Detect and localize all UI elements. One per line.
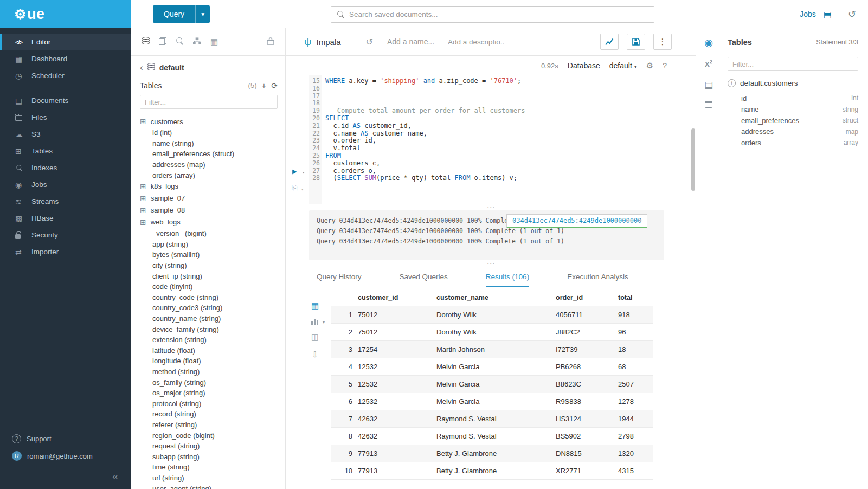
column-item[interactable]: user_agent (string) <box>140 483 278 489</box>
table-row[interactable]: 512532Melvin GarciaB8623C2507 <box>331 376 653 393</box>
grid-view-icon[interactable]: ▦ <box>310 301 320 311</box>
assist-column-id[interactable]: idint <box>741 93 858 104</box>
code-lines[interactable]: WHERE a.key = 'shipping' and a.zip_code … <box>322 75 696 204</box>
sidebar-item-user[interactable]: Rromain@gethue.com <box>0 447 131 465</box>
column-item[interactable]: client_ip (string) <box>140 271 278 281</box>
format-options-caret-icon[interactable]: ▾ <box>301 186 304 192</box>
sidebar-item-streams[interactable]: ≋Streams <box>0 193 131 210</box>
query-history-icon[interactable]: ↺ <box>366 37 373 47</box>
column-item[interactable]: url (string) <box>140 473 278 484</box>
active-table-row[interactable]: i default.customers <box>728 79 858 87</box>
databases-icon[interactable] <box>142 37 150 47</box>
zoom-search-icon[interactable] <box>176 37 184 47</box>
column-item[interactable]: name (string) <box>140 138 278 149</box>
execute-options-caret-icon[interactable]: ▾ <box>302 170 305 175</box>
sidebar-item-hbase[interactable]: ▩HBase <box>0 210 131 227</box>
table-item-sample-07[interactable]: ⊞sample_07 <box>140 192 278 204</box>
hue-logo[interactable]: ⚙ue <box>0 0 131 28</box>
sidebar-item-files[interactable]: Files <box>0 109 131 126</box>
query-button[interactable]: Query <box>153 5 195 23</box>
column-item[interactable]: latitude (float) <box>140 345 278 356</box>
jobs-link[interactable]: Jobs <box>800 10 816 18</box>
table-item-sample-08[interactable]: ⊞sample_08 <box>140 204 278 216</box>
sidebar-item-scheduler[interactable]: ◷Scheduler <box>0 67 131 84</box>
assist-column-addresses[interactable]: addressesmap <box>741 126 858 138</box>
assist-column-name[interactable]: namestring <box>741 104 858 115</box>
functions-icon[interactable]: x² <box>705 59 712 69</box>
query-id-popup[interactable]: 034d413ec7474ed5:4249de1000000000 <box>506 214 647 228</box>
column-item[interactable]: country_code3 (string) <box>140 303 278 313</box>
database-select[interactable]: default ▾ <box>609 61 637 70</box>
table-item-customers[interactable]: ⊞customers <box>140 115 278 127</box>
table-item-web-logs[interactable]: ⊞web_logs <box>140 216 278 228</box>
column-item[interactable]: os_major (string) <box>140 388 278 398</box>
save-button[interactable] <box>627 34 645 50</box>
back-chevron-icon[interactable]: ‹ <box>140 62 143 73</box>
sidebar-item-indexes[interactable]: Indexes <box>0 159 131 176</box>
column-item[interactable]: time (string) <box>140 462 278 473</box>
tab-results-106-[interactable]: Results (106) <box>486 273 529 287</box>
query-name-input[interactable] <box>387 37 442 46</box>
editor-scrollbar[interactable] <box>691 128 695 191</box>
column-item[interactable]: country_code (string) <box>140 292 278 303</box>
sidebar-item-editor[interactable]: </>Editor <box>0 34 131 50</box>
schedule-icon[interactable] <box>705 101 712 108</box>
execute-button[interactable]: ▶ <box>292 166 297 176</box>
bag-icon[interactable] <box>267 37 274 47</box>
tab-query-history[interactable]: Query History <box>317 273 362 287</box>
column-item[interactable]: region_code (bigint) <box>140 430 278 441</box>
column-item[interactable]: record (string) <box>140 409 278 420</box>
column-item[interactable]: _version_ (bigint) <box>140 228 278 239</box>
column-item[interactable]: city (string) <box>140 260 278 271</box>
table-row[interactable]: 1077913Betty J. GiambroneXR27714315 <box>331 462 653 480</box>
column-item[interactable]: referer (string) <box>140 420 278 430</box>
history-icon[interactable]: ↺ <box>848 8 856 20</box>
table-row[interactable]: 612532Melvin GarciaR9S8381278 <box>331 393 653 410</box>
documents-copy-icon[interactable] <box>159 37 166 47</box>
sidebar-item-importer[interactable]: ⇄Importer <box>0 243 131 260</box>
sidebar-item-documents[interactable]: ▤Documents <box>0 92 131 109</box>
column-item[interactable]: app (string) <box>140 239 278 250</box>
column-item[interactable]: extension (string) <box>140 334 278 345</box>
column-item[interactable]: country_name (string) <box>140 313 278 324</box>
apps-grid-icon[interactable]: ▦ <box>210 37 218 47</box>
sidebar-item-jobs[interactable]: ◉Jobs <box>0 176 131 193</box>
chart-view-icon[interactable]: ▾ <box>310 318 320 325</box>
tab-execution-analysis[interactable]: Execution Analysis <box>567 273 628 287</box>
assist-column-orders[interactable]: ordersarray <box>741 137 858 149</box>
download-icon[interactable]: ⇩ <box>310 350 320 359</box>
table-row[interactable]: 317254Martin JohnsonI72T3918 <box>331 341 653 358</box>
column-item[interactable]: addresses (map) <box>140 159 278 170</box>
column-item[interactable]: method (string) <box>140 366 278 377</box>
resize-handle[interactable]: ⋯ <box>286 204 696 210</box>
jobs-list-icon[interactable]: ▤ <box>824 9 832 20</box>
table-item-k8s-logs[interactable]: ⊞k8s_logs <box>140 181 278 192</box>
column-item[interactable]: subapp (string) <box>140 451 278 462</box>
sitemap-icon[interactable] <box>193 37 201 47</box>
language-reference-icon[interactable]: ▤ <box>704 79 713 91</box>
table-row[interactable]: 742632Raymond S. VestalHS31241944 <box>331 410 653 428</box>
column-item[interactable]: os_family (string) <box>140 377 278 388</box>
column-item[interactable]: bytes (smallint) <box>140 249 278 260</box>
query-dropdown-button[interactable]: ▼ <box>195 5 210 23</box>
table-row[interactable]: 842632Raymond S. VestalBS59022798 <box>331 428 653 445</box>
sidebar-item-dashboard[interactable]: ▦Dashboard <box>0 50 131 67</box>
sidebar-item-security[interactable]: Security <box>0 227 131 243</box>
assist-tables-icon[interactable]: ◉ <box>704 37 713 49</box>
column-item[interactable]: id (int) <box>140 127 278 138</box>
help-icon[interactable]: ? <box>663 61 667 70</box>
column-header-customer-id[interactable]: customer_id <box>358 289 436 306</box>
resize-handle[interactable]: ⋯ <box>286 260 696 266</box>
chart-button[interactable] <box>600 34 619 50</box>
right-assist-filter-input[interactable] <box>728 57 858 71</box>
add-table-icon[interactable]: + <box>262 81 267 90</box>
more-actions-button[interactable]: ⋮ <box>653 34 672 50</box>
sidebar-item-support[interactable]: ?Support <box>0 430 131 447</box>
column-item[interactable]: email_preferences (struct) <box>140 149 278 159</box>
column-item[interactable]: code (tinyint) <box>140 281 278 292</box>
column-header-order-id[interactable]: order_id <box>556 289 618 306</box>
settings-gear-icon[interactable]: ⚙ <box>646 61 653 70</box>
query-description-input[interactable] <box>448 38 505 46</box>
sidebar-item-tables[interactable]: ⊞Tables <box>0 143 131 159</box>
table-row[interactable]: 275012Dorothy WilkJ882C296 <box>331 324 653 341</box>
